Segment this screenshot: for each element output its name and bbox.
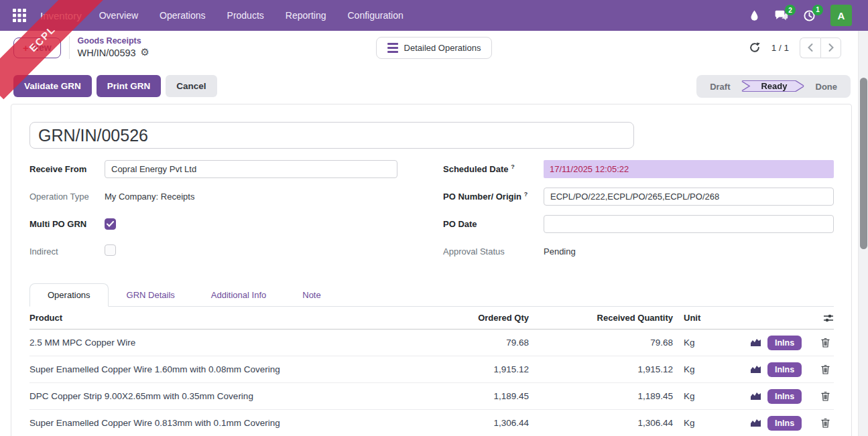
pager-count: 1 / 1 [771,43,789,53]
delete-row-icon[interactable] [821,364,830,374]
received-qty-cell[interactable]: 1,915.12 [529,364,673,374]
scrollbar-thumb[interactable] [860,78,867,249]
status-step-ready[interactable]: Ready [742,81,803,91]
breadcrumb-current: WH/IN/00593 [78,47,136,59]
received-qty-cell[interactable]: 79.68 [529,338,673,348]
tab-additional-info[interactable]: Additional Info [193,283,284,307]
activities-badge: 1 [812,5,823,15]
product-cell[interactable]: Super Enamelled Copper Wire 1.60mm with … [29,364,428,374]
list-lines-icon [387,43,398,53]
multi-po-grn-checkbox[interactable] [105,218,116,230]
droplet-icon[interactable] [749,9,759,21]
messages-icon[interactable]: 2 [774,9,788,21]
control-bar: + New Goods Receipts WH/IN/00593 ⚙ Detai… [0,31,868,64]
nav-item-overview[interactable]: Overview [99,10,138,21]
nav-item-configuration[interactable]: Configuration [348,10,404,21]
po-number-input[interactable] [544,188,834,206]
gear-icon[interactable]: ⚙ [141,46,149,59]
table-header-row: Product Ordered Qty Received Quantity Un… [29,307,834,330]
table-row[interactable]: Super Enamelled Copper Wire 0.813mm with… [29,410,834,436]
col-header-unit[interactable]: Unit [673,313,720,323]
product-cell[interactable]: 2.5 MM MPC Copper Wire [29,338,428,348]
inlns-button[interactable]: Inlns [767,389,802,404]
col-header-ordered-qty[interactable]: Ordered Qty [428,313,529,323]
vertical-scrollbar[interactable] [858,31,868,436]
detailed-operations-label: Detailed Operations [404,43,481,53]
unit-cell: Kg [673,338,720,348]
print-grn-button[interactable]: Print GRN [97,75,162,97]
unit-cell: Kg [673,364,720,374]
inlns-button[interactable]: Inlns [767,336,802,350]
forecast-chart-icon[interactable] [750,418,761,428]
optional-columns-icon[interactable] [823,313,834,323]
operation-type-value: My Company: Receipts [105,192,398,202]
delete-row-icon[interactable] [821,391,830,401]
form-left-column: Receive From Operation Type My Company: … [29,159,398,269]
receive-from-label: Receive From [29,164,105,174]
operations-table: Product Ordered Qty Received Quantity Un… [29,307,834,436]
grn-reference-input[interactable] [29,122,634,149]
forecast-chart-icon[interactable] [750,391,761,401]
col-header-product[interactable]: Product [29,313,428,323]
apps-grid-icon[interactable] [8,4,31,27]
messages-badge: 2 [785,5,796,15]
received-qty-cell[interactable]: 1,189.45 [529,391,673,401]
po-date-input[interactable] [544,215,834,233]
table-row[interactable]: DPC Copper Strip 9.00X2.65mm with 0.35mm… [29,383,834,410]
pager: 1 / 1 [749,38,851,58]
unit-cell: Kg [673,391,720,401]
tab-grn-details[interactable]: GRN Details [109,283,193,307]
forecast-chart-icon[interactable] [750,364,761,374]
received-qty-cell[interactable]: 1,306.44 [529,418,673,428]
breadcrumb-parent-link[interactable]: Goods Receipts [78,36,150,47]
operation-type-label: Operation Type [29,192,105,202]
nav-menu: Overview Operations Products Reporting C… [99,10,404,21]
forecast-chart-icon[interactable] [750,338,761,348]
tab-operations[interactable]: Operations [29,283,109,307]
help-icon: ? [524,191,528,198]
status-step-draft[interactable]: Draft [698,82,742,92]
scheduled-date-input[interactable] [544,160,834,178]
ordered-qty-cell[interactable]: 1,306.44 [428,418,529,428]
nav-item-reporting[interactable]: Reporting [286,10,326,21]
top-navbar: Inventory Overview Operations Products R… [0,0,868,31]
nav-item-operations[interactable]: Operations [160,10,205,21]
delete-row-icon[interactable] [821,338,830,348]
table-row[interactable]: Super Enamelled Copper Wire 1.60mm with … [29,356,834,383]
status-bar: Draft Ready Done [696,75,851,98]
breadcrumb: Goods Receipts WH/IN/00593 ⚙ [69,36,150,59]
scheduled-date-label: Scheduled Date ? [443,163,544,174]
unit-cell: Kg [673,418,720,428]
pager-previous-button[interactable] [800,38,820,58]
col-header-received-quantity[interactable]: Received Quantity [529,313,673,323]
validate-grn-button[interactable]: Validate GRN [13,75,92,97]
nav-item-products[interactable]: Products [227,10,264,21]
tab-note[interactable]: Note [284,283,338,307]
receive-from-input[interactable] [105,160,397,178]
status-step-done[interactable]: Done [804,82,850,92]
pager-next-button[interactable] [820,38,841,58]
cancel-button[interactable]: Cancel [166,75,216,97]
ordered-qty-cell[interactable]: 1,189.45 [428,391,529,401]
user-avatar[interactable]: A [830,5,852,26]
po-number-label: PO Number/ Origin ? [443,191,544,202]
help-icon: ? [511,163,515,170]
indirect-checkbox[interactable] [105,244,116,256]
notebook-tabs: Operations GRN Details Additional Info N… [29,283,834,307]
table-row[interactable]: 2.5 MM MPC Copper Wire 79.68 79.68 Kg In… [29,330,834,356]
activity-clock-icon[interactable]: 1 [803,9,816,22]
po-date-label: PO Date [443,219,544,229]
product-cell[interactable]: DPC Copper Strip 9.00X2.65mm with 0.35mm… [29,391,428,401]
approval-status-label: Approval Status [443,246,544,257]
ordered-qty-cell[interactable]: 79.68 [428,338,529,348]
action-bar: Validate GRN Print GRN Cancel Draft Read… [0,64,868,104]
detailed-operations-button[interactable]: Detailed Operations [376,37,493,59]
refresh-icon[interactable] [749,42,761,54]
delete-row-icon[interactable] [821,418,830,428]
inlns-button[interactable]: Inlns [767,416,802,431]
product-cell[interactable]: Super Enamelled Copper Wire 0.813mm with… [29,418,428,428]
ordered-qty-cell[interactable]: 1,915.12 [428,364,529,374]
inlns-button[interactable]: Inlns [767,362,802,377]
indirect-label: Indirect [29,246,105,257]
approval-status-value: Pending [544,246,834,257]
